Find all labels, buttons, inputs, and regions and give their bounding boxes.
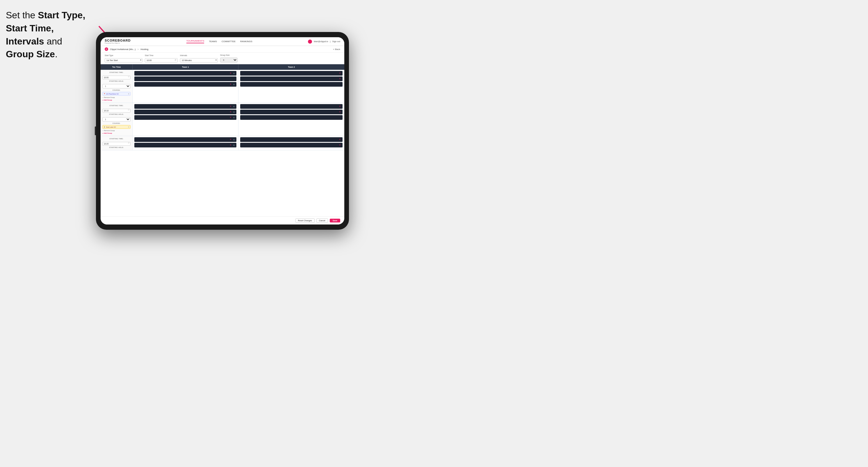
team1-player-row-1b: [134, 76, 237, 81]
player-x-2c[interactable]: ✕: [230, 116, 231, 119]
player-x-3a[interactable]: ✕: [230, 138, 231, 141]
intervals-group: Intervals 10 Minutes: [180, 54, 218, 63]
player-controls-1a: ✕: [228, 72, 235, 74]
team2-x-3a[interactable]: ✕: [339, 138, 341, 141]
logo: SCOREBOARD Powered by clipp.io: [105, 39, 130, 44]
intervals-label: Intervals: [180, 54, 218, 56]
starting-time-input-1[interactable]: [102, 75, 130, 80]
player-dot-2c: [233, 117, 235, 118]
starting-hole-label-3: STARTING HOLE:: [102, 147, 130, 148]
nav-teams[interactable]: TEAMS: [209, 40, 217, 43]
team2-x-2a[interactable]: ✕: [339, 105, 341, 107]
starting-time-input-3[interactable]: [102, 142, 130, 146]
starting-time-label-2: STARTING TIME:: [102, 105, 130, 106]
starting-hole-select-2[interactable]: 1: [102, 117, 130, 122]
breadcrumb-separator: >: [137, 48, 139, 51]
nav-committee[interactable]: COMMITTEE: [222, 40, 236, 43]
instruction-line2: Start Time,: [6, 23, 54, 33]
start-type-select[interactable]: 1st Tee Start: [105, 58, 143, 63]
player-x-3b[interactable]: ✕: [230, 144, 231, 146]
course-remove-1[interactable]: ✕: [128, 93, 129, 95]
header-tee-time: Tee Time: [101, 64, 133, 70]
app-icon: C: [105, 48, 108, 51]
team2-controls-3b: ✕: [338, 144, 341, 146]
header-team1: Team 1: [133, 64, 239, 70]
nav-rankings[interactable]: RANKINGS: [240, 40, 252, 43]
team2-player-row-2b: ✕: [240, 110, 343, 114]
add-group-label-1: + Add Group: [102, 99, 112, 101]
starting-time-input-2[interactable]: [102, 109, 130, 113]
group-size-select-wrap: 3: [220, 57, 238, 63]
start-time-input[interactable]: [145, 58, 178, 63]
player-x-2a[interactable]: ✕: [230, 105, 231, 107]
starting-hole-select-1[interactable]: 1: [102, 84, 130, 88]
group-row-2: STARTING TIME: STARTING HOLE: 1 COURSE: …: [101, 103, 344, 136]
player-controls-1c: ✕: [228, 83, 235, 86]
team2-player-row-2a: ✕: [240, 104, 343, 109]
logo-text: SCOREBOARD: [105, 39, 130, 42]
team1-player-row-2c: ✕: [134, 115, 237, 120]
back-button[interactable]: < Back: [333, 48, 340, 51]
instruction-line3-bold: Intervals: [6, 36, 44, 46]
player-x-2b[interactable]: ✕: [230, 111, 231, 113]
reset-changes-button[interactable]: Reset Changes: [296, 218, 315, 223]
tee-time-col-1: STARTING TIME: STARTING HOLE: 1 COURSE: …: [101, 70, 133, 103]
course-icon-2: 🏌: [103, 126, 105, 128]
group-size-select[interactable]: 3: [220, 58, 238, 63]
team2-x-2b[interactable]: ✕: [339, 111, 341, 113]
starting-hole-label-2: STARTING HOLE:: [102, 114, 130, 115]
tournament-name[interactable]: Clippd Invitational (Mo...): [110, 48, 135, 51]
cancel-button[interactable]: Cancel: [316, 218, 328, 223]
starting-time-input-wrap-3: [102, 141, 130, 146]
team1-player-row-3a: ✕: [134, 137, 237, 142]
intervals-select[interactable]: 10 Minutes: [180, 58, 218, 63]
team2-controls-1a: ✕: [338, 72, 341, 74]
remove-group-label-2: Remove Group: [104, 130, 115, 131]
remove-group-icon-1: ○: [102, 97, 103, 98]
course-name-1: (A) Peachtree GC: [106, 93, 119, 95]
starting-time-label-3: STARTING TIME:: [102, 138, 130, 139]
player-x-1a[interactable]: ✕: [230, 72, 231, 74]
group-size-group: Group Size 3: [220, 54, 238, 63]
player-dot-1c: [233, 84, 235, 85]
course-name-2: East Lake GC: [106, 126, 116, 128]
remove-group-2[interactable]: ○ Remove Group: [102, 130, 130, 131]
add-group-2[interactable]: + Add Group: [102, 132, 130, 134]
sign-out-link[interactable]: Sign out: [332, 40, 340, 43]
player-x-1c[interactable]: ✕: [230, 83, 231, 86]
tablet-side-button: [95, 126, 96, 135]
team2-x-1a[interactable]: ✕: [339, 72, 341, 74]
team1-col-2: ✕ ✕ ✕: [133, 103, 239, 136]
team2-controls-2b: ✕: [338, 111, 341, 113]
logo-sub: Powered by clipp.io: [105, 42, 130, 44]
team1-player-row-1a: ✕: [134, 71, 237, 75]
save-button[interactable]: Save: [330, 219, 340, 222]
add-group-1[interactable]: + Add Group: [102, 99, 130, 101]
start-time-label: Start Time: [145, 54, 178, 56]
action-bar: Reset Changes Cancel Save: [101, 216, 344, 224]
player-controls-2b: ✕: [228, 111, 235, 113]
team2-x-3b[interactable]: ✕: [339, 144, 341, 146]
course-tag-2: 🏌 East Lake GC ✕: [102, 125, 130, 129]
current-page: Hosting: [141, 48, 148, 51]
team2-controls-1b: ✕: [338, 77, 341, 80]
instruction-line4-bold: Group Size: [6, 49, 55, 59]
settings-row: Start Type 1st Tee Start Start Time Inte…: [101, 53, 344, 64]
remove-group-1[interactable]: ○ Remove Group: [102, 97, 130, 98]
tablet-device: SCOREBOARD Powered by clipp.io TOURNAMEN…: [96, 32, 349, 230]
team2-controls-2a: ✕: [338, 105, 341, 107]
intervals-select-wrap: 10 Minutes: [180, 57, 218, 63]
team1-player-row-1c: ✕: [134, 82, 237, 87]
nav-tournaments[interactable]: TOURNAMENTS: [186, 39, 205, 43]
breadcrumb: C Clippd Invitational (Mo...) > Hosting: [105, 48, 148, 51]
team1-player-row-2b: ✕: [134, 110, 237, 114]
team2-x-1b[interactable]: ✕: [339, 77, 341, 80]
course-remove-2[interactable]: ✕: [128, 126, 129, 128]
team2-player-row-1c: [240, 82, 343, 87]
nav-links: TOURNAMENTS TEAMS COMMITTEE RANKINGS: [186, 39, 252, 43]
team2-col-3: ✕ ✕: [239, 136, 344, 150]
user-avatar: [308, 39, 312, 43]
navbar: SCOREBOARD Powered by clipp.io TOURNAMEN…: [101, 37, 344, 46]
course-label-1: COURSE:: [102, 89, 130, 91]
nav-separator: |: [330, 40, 331, 43]
